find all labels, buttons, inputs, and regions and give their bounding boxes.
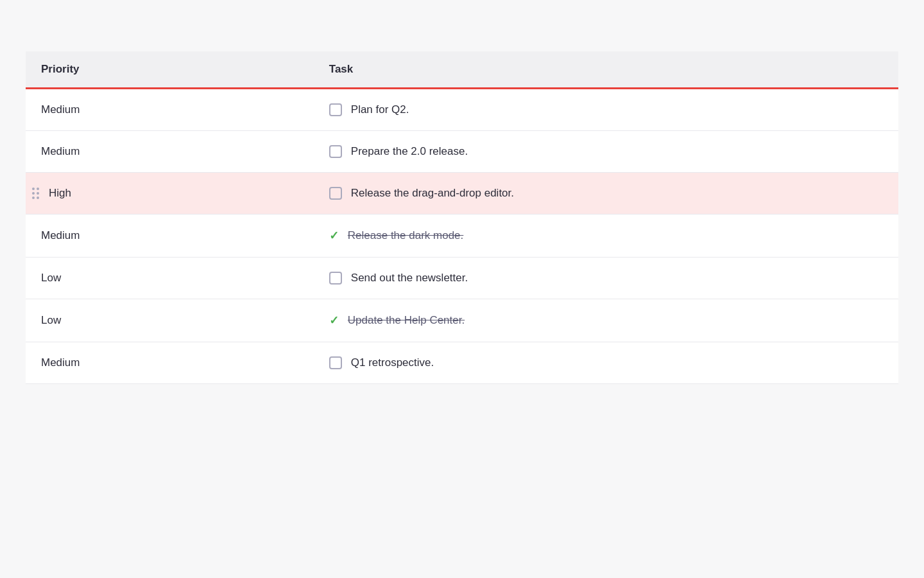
task-label: Release the dark mode. [348, 229, 464, 242]
priority-label: Medium [41, 229, 80, 241]
task-cell: Release the drag-and-drop editor. [314, 173, 898, 215]
priority-cell: Medium [26, 215, 314, 258]
checkmark-icon[interactable]: ✓ [329, 229, 339, 243]
task-checkbox[interactable] [329, 145, 342, 158]
table-row: LowSend out the newsletter. [26, 258, 898, 299]
priority-cell: High [26, 173, 314, 215]
task-cell: Prepare the 2.0 release. [314, 131, 898, 173]
table-container: Priority Task MediumPlan for Q2.MediumPr… [26, 51, 898, 384]
priority-column-header: Priority [26, 51, 314, 87]
checkmark-icon[interactable]: ✓ [329, 313, 339, 328]
task-cell: Send out the newsletter. [314, 258, 898, 299]
task-table: Priority Task MediumPlan for Q2.MediumPr… [26, 51, 898, 384]
priority-label: Medium [41, 356, 80, 369]
task-label: Release the drag-and-drop editor. [351, 187, 514, 200]
priority-label: High [49, 187, 71, 199]
task-cell: Q1 retrospective. [314, 342, 898, 384]
task-cell: ✓Update the Help Center. [314, 299, 898, 342]
table-row: Low✓Update the Help Center. [26, 299, 898, 342]
task-checkbox[interactable] [329, 272, 342, 285]
task-label: Update the Help Center. [348, 314, 465, 327]
task-label: Plan for Q2. [351, 103, 409, 116]
priority-cell: Medium [26, 89, 314, 131]
task-checkbox[interactable] [329, 356, 342, 369]
task-label: Prepare the 2.0 release. [351, 145, 468, 158]
task-checkbox[interactable] [329, 187, 342, 200]
task-label: Send out the newsletter. [351, 272, 468, 285]
task-cell: ✓Release the dark mode. [314, 215, 898, 258]
table-row: Medium✓Release the dark mode. [26, 215, 898, 258]
table-row: HighRelease the drag-and-drop editor. [26, 173, 898, 215]
priority-label: Low [41, 272, 61, 284]
table-row: MediumPlan for Q2. [26, 89, 898, 131]
task-label: Q1 retrospective. [351, 356, 434, 369]
task-column-header: Task [314, 51, 898, 87]
priority-label: Medium [41, 145, 80, 157]
task-cell: Plan for Q2. [314, 89, 898, 131]
priority-cell: Low [26, 258, 314, 299]
priority-label: Low [41, 314, 61, 326]
priority-label: Medium [41, 103, 80, 116]
priority-cell: Medium [26, 342, 314, 384]
table-row: MediumQ1 retrospective. [26, 342, 898, 384]
table-row: MediumPrepare the 2.0 release. [26, 131, 898, 173]
priority-cell: Low [26, 299, 314, 342]
priority-cell: Medium [26, 131, 314, 173]
task-checkbox[interactable] [329, 103, 342, 116]
